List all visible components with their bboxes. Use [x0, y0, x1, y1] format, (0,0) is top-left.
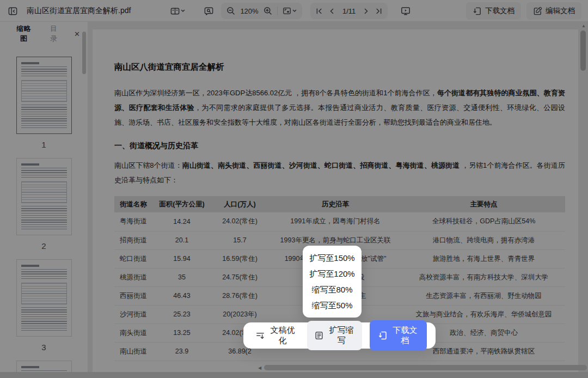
download-document-primary-label: 下载文档: [391, 325, 419, 346]
resize-options-popup: 扩写至150%扩写至120%缩写至80%缩写至50%: [303, 246, 362, 318]
popup-menu-item[interactable]: 缩写至80%: [303, 282, 362, 297]
optimize-text-label: 文稿优化: [269, 325, 296, 346]
expand-shrink-label: 扩写缩写: [328, 325, 355, 346]
ai-action-toolbar: 文稿优化 扩写缩写 下载文档: [243, 322, 436, 349]
download-icon: [378, 331, 388, 340]
popup-menu-item[interactable]: 扩写至120%: [303, 266, 362, 282]
optimize-text-button[interactable]: 文稿优化: [252, 321, 299, 350]
optimize-icon: [255, 331, 265, 340]
popup-menu-item[interactable]: 扩写至150%: [303, 250, 362, 266]
popup-menu-item[interactable]: 缩写至50%: [303, 297, 362, 313]
document-lines-icon: [314, 331, 324, 340]
download-document-primary-button[interactable]: 下载文档: [370, 320, 427, 351]
expand-shrink-button[interactable]: 扩写缩写: [307, 321, 362, 350]
